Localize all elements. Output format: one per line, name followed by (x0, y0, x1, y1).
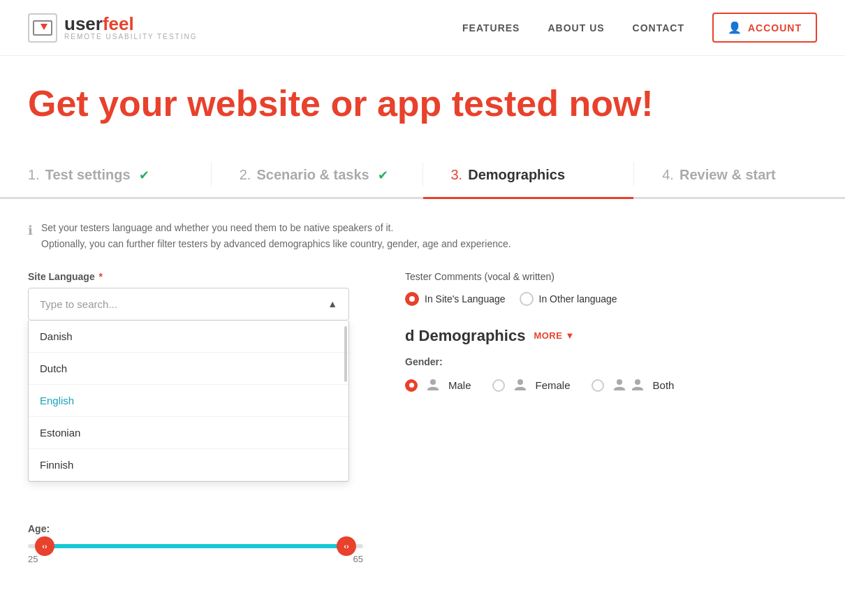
tester-comments-label: Tester Comments (vocal & written) (405, 271, 817, 282)
age-min-handle[interactable]: ‹› (35, 536, 54, 556)
dropdown-scroll-area[interactable]: Danish Dutch English Estonian Finnish (29, 321, 348, 481)
dropdown-option-estonian[interactable]: Estonian (29, 417, 348, 449)
step-3-label: Demographics (468, 167, 565, 183)
age-label: Age: (28, 523, 363, 534)
required-asterisk: * (96, 271, 103, 282)
main-content: ℹ Set your testers language and whether … (0, 199, 845, 585)
svg-point-1 (517, 379, 523, 385)
site-language-dropdown[interactable]: Type to search... ▲ (28, 288, 349, 321)
female-icon (512, 377, 529, 394)
site-language-label: Site Language * (28, 271, 363, 282)
slider-track-fill (45, 544, 346, 548)
age-min-value: 25 (28, 554, 38, 564)
tester-comments-radio-group: In Site's Language In Other language (405, 292, 817, 306)
radio-in-sites-language[interactable]: In Site's Language (405, 292, 506, 306)
gender-section: Gender: Male (405, 356, 817, 394)
step-2-number: 2. (240, 167, 251, 183)
info-line-1: Set your testers language and whether yo… (41, 220, 511, 235)
svg-point-0 (430, 379, 436, 385)
logo[interactable]: userfeel REMOTE USABILITY TESTING (28, 13, 197, 43)
nav-about-us[interactable]: ABOUT US (548, 22, 604, 34)
dropdown-option-english[interactable]: English (29, 385, 348, 417)
step-wizard: 1. Test settings ✔ 2. Scenario & tasks ✔… (0, 152, 845, 199)
step-3-demographics[interactable]: 3. Demographics (423, 152, 634, 199)
info-icon: ℹ (28, 221, 33, 251)
age-max-value: 65 (353, 554, 363, 564)
slider-track-bg: ‹› ‹› (28, 544, 363, 548)
age-section: Age: ‹› ‹› (28, 523, 363, 564)
dropdown-option-danish[interactable]: Danish (29, 321, 348, 353)
step-4-label: Review & start (679, 167, 776, 183)
age-slider-track: ‹› ‹› (28, 544, 363, 548)
nav-links: FEATURES ABOUT US CONTACT 👤 ACCOUNT (462, 13, 817, 43)
form-columns: Site Language * Type to search... ▲ Dani… (28, 271, 817, 564)
advanced-demographics-section: d Demographics MORE ▼ Gender: (405, 327, 817, 394)
step-1-check-icon: ✔ (139, 168, 149, 183)
both-icon-1 (611, 377, 628, 394)
dropdown-placeholder: Type to search... (40, 298, 117, 310)
radio-label-other-language: In Other language (539, 293, 617, 305)
site-language-field: Site Language * Type to search... ▲ Dani… (28, 271, 363, 321)
logo-icon (28, 13, 57, 43)
gender-label-male: Male (448, 379, 471, 391)
step-2-scenario[interactable]: 2. Scenario & tasks ✔ (212, 152, 422, 199)
svg-point-3 (635, 379, 640, 385)
gender-option-male[interactable]: Male (405, 377, 471, 394)
account-icon: 👤 (728, 21, 742, 34)
navigation: userfeel REMOTE USABILITY TESTING FEATUR… (0, 0, 845, 56)
info-line-2: Optionally, you can further filter teste… (41, 236, 511, 251)
radio-circle-sites-language (405, 292, 419, 306)
dropdown-option-dutch[interactable]: Dutch (29, 353, 348, 385)
dropdown-list: Danish Dutch English Estonian Finnish (28, 321, 349, 482)
gender-option-female[interactable]: Female (492, 377, 571, 394)
gender-options: Male Female (405, 377, 817, 394)
nav-features[interactable]: FEATURES (462, 22, 520, 34)
age-max-handle[interactable]: ‹› (337, 536, 356, 556)
step-1-test-settings[interactable]: 1. Test settings ✔ (0, 152, 211, 199)
gender-radio-female (492, 379, 505, 392)
svg-point-2 (617, 379, 622, 385)
hero-section: Get your website or app tested now! (0, 56, 845, 138)
info-box: ℹ Set your testers language and whether … (28, 220, 817, 251)
right-arrow-icon: ‹› (344, 542, 348, 550)
gender-radio-male (405, 379, 418, 392)
gender-label-female: Female (536, 379, 571, 391)
step-1-number: 1. (28, 167, 40, 183)
chevron-down-icon: ▼ (565, 330, 574, 341)
logo-wordmark: userfeel (64, 15, 197, 33)
left-arrow-icon: ‹› (42, 542, 47, 550)
gender-option-both[interactable]: Both (592, 377, 675, 394)
hero-title: Get your website or app tested now! (28, 84, 817, 124)
radio-in-other-language[interactable]: In Other language (520, 292, 617, 306)
gender-label: Gender: (405, 356, 817, 367)
show-more-button[interactable]: MORE ▼ (534, 330, 574, 341)
logo-tagline: REMOTE USABILITY TESTING (64, 33, 197, 41)
step-2-label: Scenario & tasks (256, 167, 369, 183)
right-column: Tester Comments (vocal & written) In Sit… (405, 271, 817, 564)
step-2-check-icon: ✔ (378, 168, 388, 183)
age-slider-row: ‹› ‹› (28, 544, 363, 548)
step-4-number: 4. (662, 167, 674, 183)
gender-radio-both (592, 379, 604, 392)
step-4-review[interactable]: 4. Review & start (634, 152, 845, 199)
radio-circle-other-language (520, 292, 534, 306)
both-icon-2 (629, 377, 646, 394)
step-1-label: Test settings (45, 167, 131, 183)
account-button[interactable]: 👤 ACCOUNT (712, 13, 817, 43)
slider-values: 25 65 (28, 554, 363, 564)
male-icon (425, 377, 441, 394)
step-3-number: 3. (451, 167, 463, 183)
tester-comments-field: Tester Comments (vocal & written) In Sit… (405, 271, 817, 306)
adv-demo-title: d Demographics (405, 327, 525, 345)
scrollbar[interactable] (344, 326, 347, 382)
adv-demo-header: d Demographics MORE ▼ (405, 327, 817, 345)
gender-label-both: Both (653, 379, 675, 391)
chevron-up-icon: ▲ (328, 298, 337, 309)
dropdown-option-finnish[interactable]: Finnish (29, 449, 348, 481)
radio-label-sites-language: In Site's Language (425, 293, 506, 305)
left-column: Site Language * Type to search... ▲ Dani… (28, 271, 363, 564)
nav-contact[interactable]: CONTACT (633, 22, 684, 34)
